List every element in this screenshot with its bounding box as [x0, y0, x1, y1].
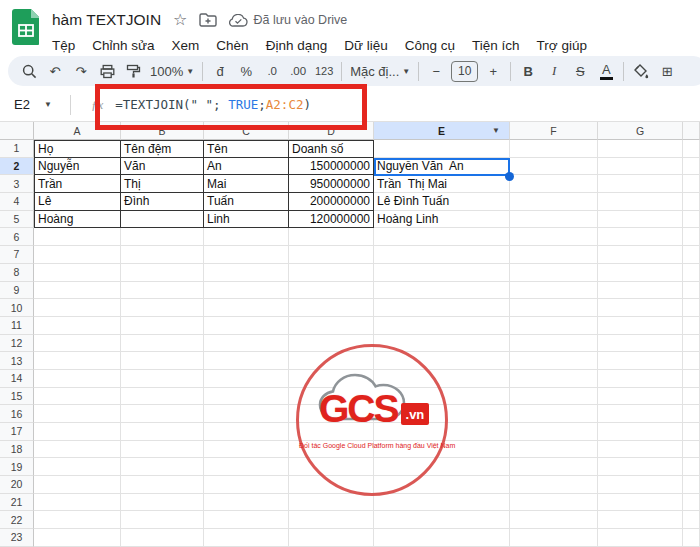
cell-E9[interactable]	[374, 282, 510, 300]
row-header-10[interactable]: 10	[0, 299, 34, 317]
menu-tiện-ích[interactable]: Tiện ích	[472, 38, 520, 53]
cell-A2[interactable]: Nguyễn	[34, 158, 121, 176]
row-header-9[interactable]: 9	[0, 282, 34, 300]
cell-F14[interactable]	[510, 370, 598, 388]
cell-D13[interactable]	[289, 352, 374, 370]
cell-H4[interactable]	[683, 193, 700, 211]
cell-C7[interactable]	[204, 246, 289, 264]
undo-icon[interactable]: ↶	[42, 59, 68, 83]
cell-G16[interactable]	[598, 405, 683, 423]
cell-A10[interactable]	[34, 299, 121, 317]
row-header-4[interactable]: 4	[0, 193, 34, 211]
cell-B11[interactable]	[121, 317, 204, 335]
cell-E16[interactable]	[374, 405, 510, 423]
cell-B12[interactable]	[121, 335, 204, 353]
search-icon[interactable]	[16, 59, 42, 83]
cell-A21[interactable]	[34, 494, 121, 512]
cell-H12[interactable]	[683, 335, 700, 353]
cell-C6[interactable]	[204, 228, 289, 246]
cell-C4[interactable]: Tuấn	[204, 193, 289, 211]
cell-H21[interactable]	[683, 494, 700, 512]
cell-G13[interactable]	[598, 352, 683, 370]
name-box[interactable]: E2 ▼	[0, 97, 58, 112]
col-header-partial[interactable]	[683, 122, 700, 140]
cell-E14[interactable]	[374, 370, 510, 388]
cell-F15[interactable]	[510, 388, 598, 406]
row-header-18[interactable]: 18	[0, 441, 34, 459]
cell-E17[interactable]	[374, 423, 510, 441]
cell-G8[interactable]	[598, 264, 683, 282]
cell-B21[interactable]	[121, 494, 204, 512]
cell-B17[interactable]	[121, 423, 204, 441]
cell-F3[interactable]	[510, 175, 598, 193]
more-formats-button[interactable]: 123	[311, 59, 337, 83]
row-header-7[interactable]: 7	[0, 246, 34, 264]
cell-B10[interactable]	[121, 299, 204, 317]
cell-G15[interactable]	[598, 388, 683, 406]
font-select[interactable]: Mặc đị... ▼	[346, 59, 414, 83]
cell-E21[interactable]	[374, 494, 510, 512]
cell-H15[interactable]	[683, 388, 700, 406]
cell-F1[interactable]	[510, 140, 598, 158]
cell-C1[interactable]: Tên	[204, 140, 289, 158]
cell-C10[interactable]	[204, 299, 289, 317]
row-header-8[interactable]: 8	[0, 264, 34, 282]
cell-B18[interactable]	[121, 441, 204, 459]
cell-A7[interactable]	[34, 246, 121, 264]
cell-F17[interactable]	[510, 423, 598, 441]
formula-input[interactable]: =TEXTJOIN(" "; TRUE;A2:C2)	[115, 97, 311, 112]
cell-D18[interactable]	[289, 441, 374, 459]
document-title[interactable]: hàm TEXTJOIN	[52, 11, 161, 29]
cell-H18[interactable]	[683, 441, 700, 459]
cell-B13[interactable]	[121, 352, 204, 370]
cell-H20[interactable]	[683, 476, 700, 494]
cell-B5[interactable]	[121, 211, 204, 229]
decrease-font-size-button[interactable]: −	[423, 59, 449, 83]
chevron-down-icon[interactable]: ▼	[492, 126, 500, 135]
cell-A15[interactable]	[34, 388, 121, 406]
cell-G17[interactable]	[598, 423, 683, 441]
cell-B14[interactable]	[121, 370, 204, 388]
cell-F22[interactable]	[510, 511, 598, 529]
cell-E18[interactable]	[374, 441, 510, 459]
cell-C22[interactable]	[204, 511, 289, 529]
move-folder-icon[interactable]	[199, 13, 217, 27]
cell-B9[interactable]	[121, 282, 204, 300]
cell-D14[interactable]	[289, 370, 374, 388]
menu-định-dạng[interactable]: Định dạng	[266, 38, 328, 53]
cell-A23[interactable]	[34, 529, 121, 547]
cell-H7[interactable]	[683, 246, 700, 264]
strikethrough-button[interactable]: S	[567, 59, 593, 83]
cell-E22[interactable]	[374, 511, 510, 529]
select-all-corner[interactable]	[0, 122, 34, 140]
cell-E10[interactable]	[374, 299, 510, 317]
cell-E2[interactable]: Nguyễn Văn An	[374, 158, 510, 176]
cell-D22[interactable]	[289, 511, 374, 529]
cell-E1[interactable]	[374, 140, 510, 158]
row-header-12[interactable]: 12	[0, 335, 34, 353]
cell-E5[interactable]: Hoàng Linh	[374, 211, 510, 229]
cell-A1[interactable]: Họ	[34, 140, 121, 158]
cell-A3[interactable]: Trần	[34, 175, 121, 193]
cell-B15[interactable]	[121, 388, 204, 406]
star-icon[interactable]: ☆	[173, 12, 187, 28]
row-header-5[interactable]: 5	[0, 211, 34, 229]
cell-C5[interactable]: Linh	[204, 211, 289, 229]
row-header-1[interactable]: 1	[0, 140, 34, 158]
cell-B6[interactable]	[121, 228, 204, 246]
fill-color-icon[interactable]	[628, 59, 654, 83]
row-header-6[interactable]: 6	[0, 228, 34, 246]
cell-G14[interactable]	[598, 370, 683, 388]
cell-B22[interactable]	[121, 511, 204, 529]
row-header-3[interactable]: 3	[0, 175, 34, 193]
cell-E11[interactable]	[374, 317, 510, 335]
cell-H5[interactable]	[683, 211, 700, 229]
cell-H23[interactable]	[683, 529, 700, 547]
cell-B16[interactable]	[121, 405, 204, 423]
cell-E23[interactable]	[374, 529, 510, 547]
cell-A14[interactable]	[34, 370, 121, 388]
menu-xem[interactable]: Xem	[172, 38, 200, 53]
cell-F20[interactable]	[510, 476, 598, 494]
cell-D15[interactable]	[289, 388, 374, 406]
cell-B8[interactable]	[121, 264, 204, 282]
